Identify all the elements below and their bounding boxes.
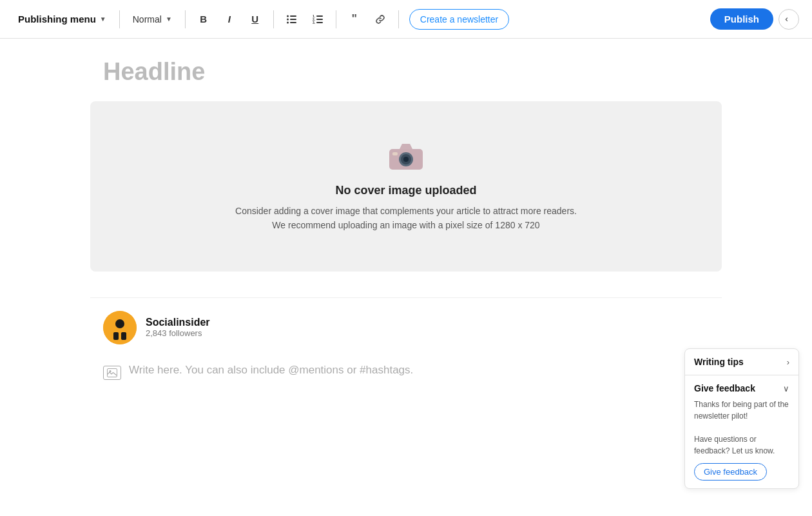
avatar [103, 311, 137, 344]
svg-rect-16 [392, 152, 398, 155]
feedback-description: Thanks for being part of the newsletter … [694, 399, 789, 457]
avatar-svg [103, 311, 137, 344]
divider-3 [273, 10, 274, 28]
divider-1 [119, 10, 120, 28]
give-feedback-section: Give feedback ∨ Thanks for being part of… [685, 375, 798, 488]
camera-icon [387, 140, 425, 172]
chevron-up-button[interactable]: ⌃ [778, 9, 799, 30]
cover-image-area[interactable]: No cover image uploaded Consider adding … [90, 101, 722, 272]
format-label: Normal [133, 14, 162, 25]
italic-button[interactable]: I [219, 9, 240, 30]
create-newsletter-button[interactable]: Create a newsletter [409, 9, 509, 30]
svg-point-2 [287, 18, 289, 20]
publish-label: Publish [724, 14, 759, 25]
author-name: Socialinsider [146, 317, 210, 328]
svg-point-15 [403, 157, 409, 162]
publishing-menu-button[interactable]: Publishing menu ▼ [13, 10, 111, 28]
format-select[interactable]: Normal ▼ [128, 10, 177, 28]
link-icon [375, 14, 385, 25]
underline-button[interactable]: U [245, 9, 266, 30]
publishing-menu-label: Publishing menu [18, 14, 96, 25]
chevron-up-icon: ⌃ [784, 15, 794, 23]
give-feedback-header[interactable]: Give feedback ∨ [694, 383, 789, 393]
svg-point-4 [287, 21, 289, 23]
divider-5 [398, 10, 399, 28]
svg-text:3.: 3. [313, 21, 316, 24]
numbered-list-icon: 1. 2. 3. [313, 15, 323, 24]
link-button[interactable] [370, 9, 391, 30]
publish-button[interactable]: Publish [710, 8, 773, 30]
camera-icon-container [387, 140, 425, 175]
toolbar-right: Publish ⌃ [710, 8, 799, 30]
toolbar: Publishing menu ▼ Normal ▼ B I U 1. 2. 3… [0, 0, 812, 39]
write-placeholder[interactable]: Write here. You can also include @mentio… [129, 364, 413, 377]
svg-rect-3 [290, 19, 296, 20]
svg-rect-20 [121, 332, 126, 340]
author-row: Socialinsider 2,843 followers [90, 297, 722, 344]
author-info: Socialinsider 2,843 followers [146, 317, 210, 338]
writing-tips-chevron-icon: › [787, 357, 789, 367]
create-newsletter-label: Create a newsletter [420, 14, 498, 25]
svg-rect-5 [290, 22, 296, 23]
writing-tips-section[interactable]: Writing tips › [685, 349, 798, 375]
svg-rect-7 [316, 15, 323, 17]
numbered-list-button[interactable]: 1. 2. 3. [307, 9, 328, 30]
no-cover-title: No cover image uploaded [335, 184, 476, 197]
blockquote-button[interactable]: " [344, 9, 365, 30]
bullet-list-icon [287, 15, 297, 24]
main-content: Headline No cover image uploaded Con [0, 39, 812, 399]
no-cover-desc-line2: We recommend uploading an image with a p… [272, 220, 539, 230]
no-cover-desc-line1: Consider adding a cover image that compl… [235, 206, 577, 216]
no-cover-description: Consider adding a cover image that compl… [235, 204, 577, 233]
svg-point-0 [287, 15, 289, 17]
image-icon [107, 368, 117, 377]
svg-point-18 [115, 319, 124, 328]
svg-rect-11 [316, 22, 323, 23]
bullet-list-button[interactable] [282, 9, 302, 30]
image-insert-icon[interactable] [103, 366, 121, 380]
headline[interactable]: Headline [90, 58, 722, 86]
give-feedback-button[interactable]: Give feedback [694, 463, 767, 481]
feedback-text2: Have questions or feedback? Let us know. [694, 435, 775, 455]
divider-2 [185, 10, 186, 28]
give-feedback-label: Give feedback [694, 383, 755, 393]
svg-rect-1 [290, 15, 296, 17]
feedback-text1: Thanks for being part of the newsletter … [694, 400, 789, 421]
svg-rect-9 [316, 19, 323, 20]
format-arrow-icon: ▼ [166, 15, 172, 23]
svg-rect-19 [113, 332, 119, 340]
side-panel: Writing tips › Give feedback ∨ Thanks fo… [684, 348, 799, 489]
writing-tips-label: Writing tips [694, 357, 744, 367]
bold-button[interactable]: B [193, 9, 214, 30]
write-area[interactable]: Write here. You can also include @mentio… [90, 364, 722, 380]
give-feedback-chevron-icon: ∨ [783, 384, 789, 393]
publishing-menu-arrow-icon: ▼ [100, 15, 106, 23]
author-followers: 2,843 followers [146, 328, 210, 338]
give-feedback-btn-label: Give feedback [704, 467, 757, 477]
divider-4 [336, 10, 336, 28]
headline-text: Headline [103, 58, 205, 85]
